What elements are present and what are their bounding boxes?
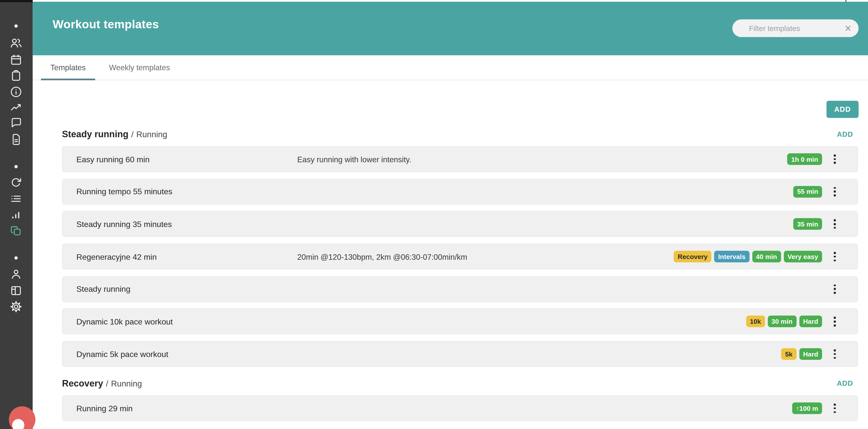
filter-templates-input[interactable] (748, 24, 838, 33)
clipboard-icon (9, 69, 23, 85)
page-header: Workout templates (33, 2, 868, 56)
list-icon (9, 192, 23, 208)
section-add-link[interactable]: ADD (837, 130, 853, 138)
row-menu-kebab-icon[interactable] (829, 309, 840, 334)
tab-weekly-templates-label: Weekly templates (109, 63, 170, 72)
section-add-link[interactable]: ADD (837, 379, 853, 387)
badge: Very easy (784, 251, 822, 262)
badge: ↑100 m (792, 402, 822, 414)
chat-widget-logo (12, 419, 25, 429)
badge: 1h 0 min (787, 153, 822, 165)
badge: Intervals (714, 251, 749, 262)
badge: 35 min (793, 218, 822, 230)
row-menu-kebab-icon[interactable] (829, 147, 840, 172)
layout-icon (9, 284, 23, 300)
workout-templates-icon (9, 224, 23, 240)
app-window: Workout templates Templates Weekly templ… (0, 0, 868, 429)
sidebar-item-refresh[interactable] (8, 176, 24, 191)
tab-bar: Templates Weekly templates (33, 55, 868, 80)
badge-list: 55 min (793, 179, 822, 204)
template-description: Easy running with lower intensity. (297, 147, 411, 172)
separator-dot (14, 24, 18, 28)
badge: Hard (799, 316, 822, 328)
template-name: Steady running 35 minutes (76, 212, 172, 237)
row-menu-kebab-icon[interactable] (829, 277, 840, 302)
template-name: Easy running 60 min (76, 147, 150, 172)
sidebar-nav (0, 0, 33, 429)
template-name: Dynamic 10k pace workout (76, 309, 173, 334)
template-row[interactable]: Steady running 35 minutes35 min (62, 211, 858, 237)
info-icon (9, 85, 23, 101)
tab-weekly-templates[interactable]: Weekly templates (99, 55, 179, 80)
template-name: Regeneracyjne 42 min (76, 244, 157, 269)
section-separator: / (131, 129, 133, 139)
sidebar-item-layout[interactable] (8, 284, 24, 300)
template-row[interactable]: Regeneracyjne 42 min20min @120-130bpm, 2… (62, 244, 858, 270)
settings-icon (9, 300, 23, 315)
sidebar-item-workout-templates[interactable] (8, 224, 24, 240)
template-row[interactable]: Dynamic 5k pace workout5kHard (62, 341, 858, 367)
sidebar-item-settings[interactable] (8, 300, 24, 315)
section-title: Steady running (62, 129, 128, 139)
section-title: Recovery (62, 378, 103, 389)
sidebar-item-calendar[interactable] (8, 53, 24, 69)
top-strip (33, 0, 868, 2)
row-menu-kebab-icon[interactable] (829, 396, 840, 421)
document-icon (9, 133, 23, 148)
template-row[interactable]: Easy running 60 minEasy running with low… (62, 146, 858, 172)
row-menu-kebab-icon[interactable] (829, 212, 840, 237)
chat-icon (9, 116, 23, 132)
section-header: Recovery/RunningADD (62, 376, 853, 390)
athletes-icon (9, 36, 23, 52)
tab-templates[interactable]: Templates (41, 55, 95, 80)
badge: 40 min (752, 251, 781, 262)
section-header: Steady running/RunningADD (62, 127, 853, 141)
row-menu-kebab-icon[interactable] (829, 244, 840, 269)
sidebar-item-document[interactable] (8, 133, 24, 148)
badge: 5k (781, 348, 797, 360)
template-row[interactable]: Running 29 min↑100 m (62, 395, 858, 421)
sidebar-top-strip (0, 0, 33, 2)
row-menu-kebab-icon[interactable] (829, 179, 840, 204)
badge: Recovery (674, 251, 712, 262)
separator-dot (14, 256, 18, 259)
template-row[interactable]: Dynamic 10k pace workout10k30 minHard (62, 308, 858, 335)
row-menu-kebab-icon[interactable] (829, 341, 840, 367)
section-category: Running (111, 378, 142, 388)
refresh-icon (9, 176, 23, 191)
section-category: Running (136, 129, 167, 139)
filter-templates-pill (732, 20, 859, 37)
calendar-icon (9, 53, 23, 69)
badge: 10k (746, 316, 765, 328)
progress-icon (9, 101, 23, 116)
badge: 30 min (768, 316, 796, 328)
template-name: Running tempo 55 minutes (76, 179, 173, 204)
template-name: Steady running (76, 277, 130, 302)
badge-list: 10k30 minHard (746, 309, 822, 334)
page-title: Workout templates (53, 18, 159, 31)
sidebar-item-progress[interactable] (8, 101, 24, 116)
main-area: Workout templates Templates Weekly templ… (33, 0, 868, 429)
section-separator: / (106, 378, 108, 388)
sidebar-item-clipboard[interactable] (8, 69, 24, 85)
app-viewport: Workout templates Templates Weekly templ… (0, 0, 868, 429)
scrollbar-tick (845, 0, 846, 2)
sidebar-item-bar-chart[interactable] (8, 208, 24, 224)
badge: 55 min (793, 186, 822, 197)
sidebar-item-chat[interactable] (8, 116, 24, 132)
sidebar-item-info[interactable] (8, 85, 24, 101)
clear-filter-icon[interactable] (844, 24, 852, 32)
sidebar-item-list[interactable] (8, 192, 24, 208)
sidebar-item-athletes[interactable] (8, 36, 24, 52)
template-name: Running 29 min (76, 396, 133, 421)
add-template-button[interactable]: ADD (827, 101, 859, 118)
separator-dot (14, 165, 18, 168)
sidebar-item-user[interactable] (8, 268, 24, 283)
template-row[interactable]: Steady running (62, 276, 858, 302)
template-row[interactable]: Running tempo 55 minutes55 min (62, 179, 858, 205)
badge-list: 35 min (793, 212, 822, 237)
badge-list: 1h 0 min (787, 147, 822, 172)
templates-content: ADD Steady running/RunningADDEasy runnin… (33, 80, 868, 429)
badge-list: RecoveryIntervals40 minVery easy (674, 244, 822, 269)
template-description: 20min @120-130bpm, 2km @06:30-07:00min/k… (297, 244, 467, 269)
